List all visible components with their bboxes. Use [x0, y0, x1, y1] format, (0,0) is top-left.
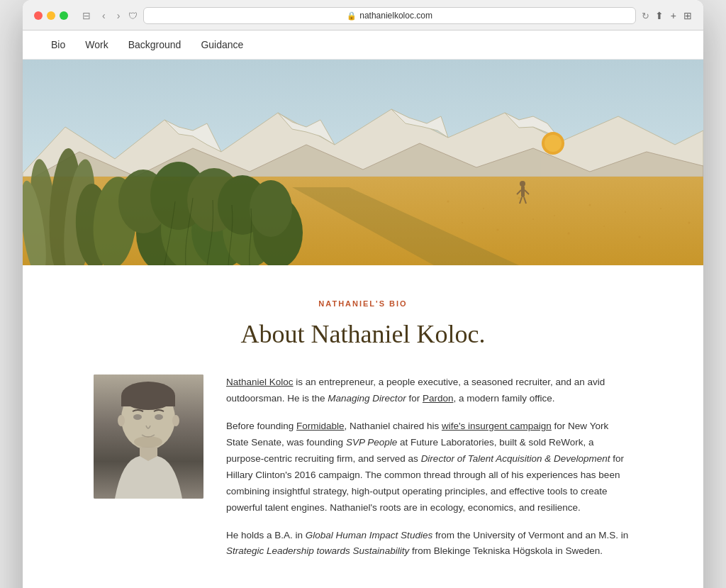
bio-paragraph-3: He holds a B.A. in Global Human Impact S…	[226, 528, 632, 560]
svg-point-14	[625, 211, 626, 213]
wife-campaign-link[interactable]: wife's insurgent campaign	[442, 421, 552, 431]
svg-point-12	[554, 215, 555, 216]
svg-point-15	[462, 222, 463, 223]
svg-point-43	[520, 181, 525, 187]
svg-point-17	[532, 218, 534, 220]
svg-point-13	[589, 204, 591, 206]
site-nav: Bio Work Background Guidance	[23, 30, 703, 60]
svg-point-24	[544, 135, 562, 152]
bio-text-col: Nathaniel Koloc is an entrepreneur, a pe…	[226, 375, 632, 571]
svg-point-41	[250, 180, 292, 237]
hero-illustration	[23, 60, 703, 265]
lock-icon: 🔒	[347, 11, 357, 21]
svg-point-57	[134, 436, 162, 448]
svg-point-16	[497, 229, 499, 231]
traffic-lights	[34, 11, 68, 20]
bio-grid: Nathaniel Koloc is an entrepreneur, a pe…	[94, 375, 632, 571]
grid-icon[interactable]: ⊞	[683, 10, 692, 21]
sidebar-toggle-button[interactable]: ⊟	[79, 9, 94, 23]
toolbar-icons: ⬆ + ⊞	[655, 10, 692, 21]
svg-point-18	[568, 233, 570, 235]
nav-background[interactable]: Background	[128, 39, 182, 50]
nathaniel-koloc-link[interactable]: Nathaniel Koloc	[226, 377, 294, 387]
nav-work[interactable]: Work	[85, 39, 108, 50]
svg-rect-42	[521, 186, 525, 197]
hero-svg	[23, 60, 703, 265]
svg-point-21	[660, 208, 661, 209]
browser-window: ⊟ ‹ › 🛡 🔒 nathanielkoloc.com ↻ ⬆ + ⊞ Bio…	[23, 0, 703, 588]
svg-point-56	[172, 415, 179, 426]
url-text: nathanielkoloc.com	[359, 11, 432, 21]
share-icon[interactable]: ⬆	[655, 10, 664, 21]
nav-guidance[interactable]: Guidance	[201, 39, 243, 50]
main-content: NATHANIEL'S BIO About Nathaniel Koloc.	[23, 265, 703, 588]
bio-paragraph-1: Nathaniel Koloc is an entrepreneur, a pe…	[226, 375, 632, 407]
new-tab-icon[interactable]: +	[671, 10, 676, 21]
refresh-icon[interactable]: ↻	[642, 11, 649, 21]
section-label: NATHANIEL'S BIO	[65, 299, 661, 308]
page-title: About Nathaniel Koloc.	[65, 319, 661, 349]
svg-point-52	[133, 414, 142, 420]
minimize-button[interactable]	[47, 11, 55, 20]
photo-svg	[94, 375, 203, 499]
back-button[interactable]: ‹	[99, 9, 108, 23]
svg-point-20	[639, 236, 641, 238]
maximize-button[interactable]	[60, 11, 68, 20]
address-bar[interactable]: 🔒 nathanielkoloc.com	[143, 7, 635, 24]
svg-point-55	[118, 415, 125, 426]
svg-point-22	[688, 222, 691, 224]
shield-icon: 🛡	[128, 11, 138, 21]
svg-point-11	[518, 197, 520, 199]
svg-rect-51	[121, 396, 175, 406]
svg-point-53	[155, 414, 163, 420]
svg-point-10	[483, 208, 484, 209]
close-button[interactable]	[34, 11, 43, 20]
bio-photo-img	[94, 375, 203, 499]
forward-button[interactable]: ›	[114, 9, 123, 23]
svg-point-19	[603, 226, 605, 227]
bio-photo	[94, 375, 203, 499]
bio-paragraph-2: Before founding Formidable, Nathaniel ch…	[226, 418, 632, 516]
svg-point-9	[447, 201, 449, 203]
browser-chrome: ⊟ ‹ › 🛡 🔒 nathanielkoloc.com ↻ ⬆ + ⊞	[23, 0, 703, 30]
formidable-link[interactable]: Formidable	[296, 421, 345, 431]
pardon-link[interactable]: Pardon	[423, 393, 454, 404]
nav-bio[interactable]: Bio	[51, 39, 65, 50]
